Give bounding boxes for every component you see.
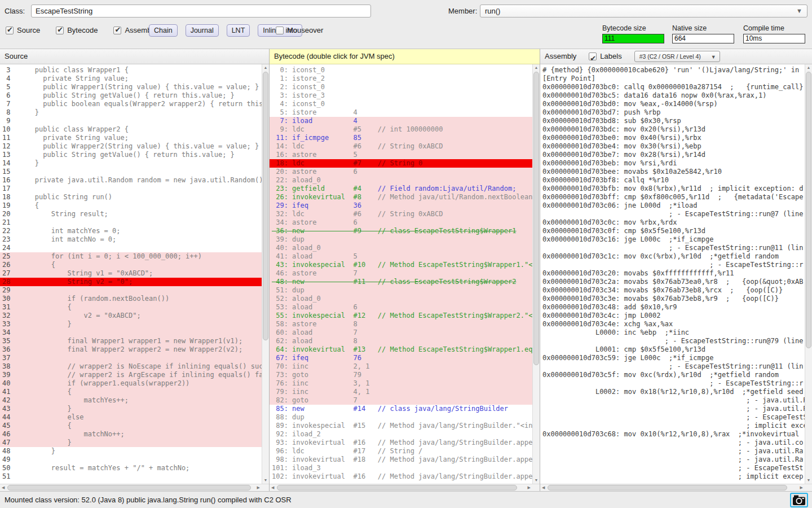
source-line[interactable]: 3 public class Wrapper1 { [0, 66, 269, 75]
assembly-line[interactable]: 0x000000010d703c4e: xchg %ax,%ax [540, 320, 812, 329]
assembly-line[interactable]: 0x000000010d703c48: add $0x10,%r9 [540, 303, 812, 312]
assembly-line[interactable]: 0x000000010d703bfb: mov 0x8(%rbx),%r11d … [540, 185, 812, 193]
source-line[interactable]: 12 public Wrapper2(String value) { this.… [0, 142, 269, 151]
scroll-down-icon[interactable]: ▼ [262, 477, 269, 484]
source-line[interactable]: 41 { [0, 388, 269, 396]
bytecode-line[interactable]: 62: aload 8 [270, 337, 540, 345]
source-line[interactable]: 50 result = matchYes + "/" + matchNo; [0, 464, 269, 472]
source-line[interactable]: 36 final Wrapper2 wrapper2 = new Wrapper… [0, 345, 269, 354]
bytecode-line[interactable]: 14: ldc #6 // String 0xABCD [270, 142, 540, 151]
assembly-line[interactable]: ; - EscapeTestString::r [540, 379, 812, 388]
assembly-line[interactable]: # {method} {0x000000010cabe620} 'run' '(… [540, 66, 812, 75]
scroll-up-icon[interactable]: ▲ [805, 64, 812, 71]
assembly-line[interactable]: ; - java.util.Ra [540, 447, 812, 456]
source-line[interactable]: 13 public String getValue() { return thi… [0, 151, 269, 159]
bytecode-line[interactable]: 96: ldc #17 // String / [270, 447, 540, 456]
assembly-line[interactable]: ; - java.util.co [540, 439, 812, 447]
assembly-horizontal-scrollbar[interactable]: ◀ ▶ [540, 484, 812, 491]
bytecode-line[interactable]: 32: ldc #6 // String 0xABCD [270, 210, 540, 218]
bytecode-horizontal-scrollbar[interactable]: ◀ ▶ [270, 484, 540, 491]
assembly-line[interactable]: 0x000000010d703bd0: mov %eax,-0x14000(%r… [540, 100, 812, 108]
bytecode-line[interactable]: 53: aload 6 [270, 303, 540, 312]
source-line[interactable]: 47 } [0, 439, 269, 447]
bytecode-line[interactable]: 76: iinc 3, 1 [270, 379, 540, 388]
bytecode-vertical-scrollbar[interactable]: ▲ ▼ [532, 64, 540, 484]
bytecode-line[interactable]: 41: aload 5 [270, 252, 540, 261]
bytecode-line[interactable]: 58: astore 8 [270, 320, 540, 329]
source-line[interactable]: 45 { [0, 422, 269, 430]
assembly-line[interactable]: ; - EscapeTestString::run@11 (lin [540, 244, 812, 252]
source-line[interactable]: 4 private String value; [0, 75, 269, 83]
member-select[interactable]: run() ▼ [480, 5, 807, 17]
bytecode-line[interactable]: 89: invokespecial #15 // Method java/lan… [270, 422, 540, 430]
bytecode-line[interactable]: 51: dup [270, 286, 540, 295]
source-line[interactable]: 8 } [0, 108, 269, 117]
bytecode-line[interactable]: 11: if_icmpge 85 [270, 134, 540, 142]
source-line[interactable]: 20 String result; [0, 210, 269, 218]
source-line[interactable]: 28 String v2 = "0"; [0, 278, 269, 286]
assembly-line[interactable]: 0x000000010d703c4c: jmp L0002 [540, 312, 812, 320]
assembly-line[interactable]: [Entry Point] [540, 75, 812, 83]
assembly-line[interactable]: 0x000000010d703beb: mov %rsi,%rdi [540, 159, 812, 168]
scroll-left-icon[interactable]: ◀ [271, 484, 274, 491]
assembly-line[interactable]: 0x000000010d703c2a: movabs $0x76ab73ea0,… [540, 278, 812, 286]
bytecode-line[interactable]: 5: istore 4 [270, 108, 540, 117]
assembly-line[interactable]: 0x000000010d703c68: mov 0x10(%r12,%r10,8… [540, 430, 812, 439]
bytecode-line[interactable]: 20: astore 6 [270, 168, 540, 176]
screenshot-button[interactable] [790, 493, 808, 507]
source-line[interactable]: 33 } [0, 320, 269, 329]
source-line[interactable]: 32 v2 = "0xABCD"; [0, 312, 269, 320]
scroll-right-icon[interactable]: ▶ [800, 484, 803, 491]
assembly-line[interactable]: 0x000000010d703c59: jge L000c ;*if_icmpg… [540, 354, 812, 362]
scroll-down-icon[interactable]: ▼ [533, 477, 540, 484]
assembly-line[interactable]: ; - java.util.R [540, 405, 812, 413]
bytecode-line[interactable]: 98: invokevirtual #18 // Method java/lan… [270, 456, 540, 464]
assembly-line[interactable]: ; - EscapeTestString::run@79 (line [540, 337, 812, 345]
source-line[interactable]: 6 public String getValue() { return this… [0, 91, 269, 100]
source-line[interactable]: 21 [0, 218, 269, 227]
source-line[interactable]: 25 for (int i = 0; i < 100_000_000; i++) [0, 252, 269, 261]
bytecode-line[interactable]: 60: aload 7 [270, 329, 540, 337]
scroll-right-icon[interactable]: ▶ [528, 484, 531, 491]
bytecode-line[interactable]: 101: iload_3 [270, 464, 540, 472]
assembly-line[interactable]: ; implicit exce [540, 422, 812, 430]
scroll-right-icon[interactable]: ▶ [257, 484, 260, 491]
assembly-line[interactable]: 0x000000010d703be4: mov 0x30(%rsi),%ebp [540, 142, 812, 151]
source-line[interactable]: 5 public Wrapper1(String value) { this.v… [0, 83, 269, 91]
scroll-up-icon[interactable]: ▲ [533, 64, 540, 71]
assembly-vertical-scrollbar[interactable]: ▲ ▼ [805, 64, 812, 484]
bytecode-line[interactable]: 9: ldc #5 // int 100000000 [270, 125, 540, 134]
bytecode-line[interactable]: 92: iload_2 [270, 430, 540, 439]
source-line[interactable]: 29 [0, 286, 269, 295]
bytecode-line[interactable]: 67: ifeq 76 [270, 354, 540, 362]
bytecode-line[interactable]: 48: new #11 // class EscapeTestString$Wr… [270, 278, 540, 286]
labels-checkbox[interactable]: Labels [589, 49, 621, 64]
scrollbar-thumb[interactable] [277, 485, 517, 491]
scrollbar-thumb[interactable] [7, 485, 251, 491]
bytecode-line[interactable]: 16: astore 5 [270, 151, 540, 159]
source-line[interactable]: 38 // wrapper2 is NoEscape if inlining e… [0, 362, 269, 371]
assembly-line[interactable]: ; - EscapeTestString::run@7 (line [540, 210, 812, 218]
bytecode-line[interactable]: 46: astore 7 [270, 269, 540, 278]
bytecode-line[interactable]: 29: ifeq 36 [270, 202, 540, 210]
bytecode-line[interactable]: 39: dup [270, 235, 540, 244]
source-line[interactable]: 9 [0, 117, 269, 125]
assembly-line[interactable]: 0x000000010d703be7: mov 0x28(%rsi),%r14d [540, 151, 812, 159]
bytecode-line[interactable]: 88: dup [270, 413, 540, 422]
assembly-line[interactable]: 0x000000010d703c06: jne L000d ;*iload [540, 202, 812, 210]
bytecode-line[interactable]: 52: aload_0 [270, 295, 540, 303]
scrollbar-thumb[interactable] [533, 72, 539, 365]
assembly-line[interactable]: ; - java.util.R [540, 396, 812, 405]
assembly-line[interactable]: 0x000000010d703bee: movabs $0x10a2e5842,… [540, 168, 812, 176]
assembly-line[interactable]: 0x000000010d703c0c: mov %rbx,%rdx [540, 218, 812, 227]
source-line[interactable]: 26 { [0, 261, 269, 269]
assembly-line[interactable]: 0x000000010d703bf8: callq *%r10 [540, 176, 812, 185]
source-line[interactable]: 14 } [0, 159, 269, 168]
source-line[interactable]: 19 { [0, 202, 269, 210]
assembly-line[interactable]: 0x000000010d703c5f: mov 0xc(%rdx),%r10d … [540, 371, 812, 379]
source-line[interactable]: 24 [0, 244, 269, 252]
bytecode-line[interactable]: 55: invokespecial #12 // Method EscapeTe… [270, 312, 540, 320]
bytecode-line[interactable]: 7: iload 4 [270, 117, 540, 125]
source-line[interactable]: 35 final Wrapper1 wrapper1 = new Wrapper… [0, 337, 269, 345]
source-line[interactable]: 31 { [0, 303, 269, 312]
